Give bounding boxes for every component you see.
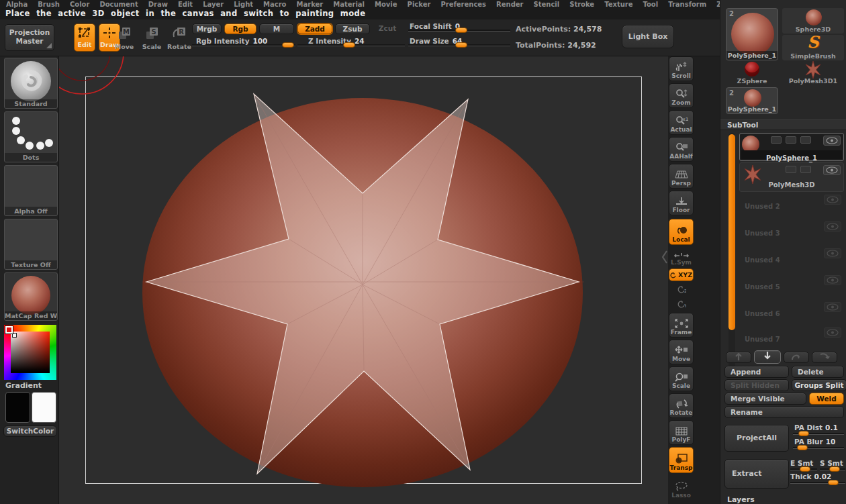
move3d-button[interactable]: Move [669,340,694,364]
aahalf-button[interactable]: AAHalf [669,137,694,162]
tool-item-simplebrush[interactable]: S SimpleBrush [782,35,844,60]
lsym-button[interactable]: L.Sym [669,248,694,267]
draw-size-handle[interactable] [455,42,467,48]
main-color-swatch[interactable] [5,392,30,423]
weld-button[interactable]: Weld [809,393,844,405]
material-selector[interactable]: MatCap Red Wa [4,272,58,321]
split-hidden-button[interactable]: Split Hidden [724,379,789,391]
transp-button[interactable]: Transp [669,447,694,473]
e-smt-slider[interactable]: E Smt [790,459,817,471]
append-button[interactable]: Append [724,366,789,378]
menu-macro[interactable]: Macro [263,1,286,8]
alpha-selector[interactable]: Alpha Off [4,165,58,216]
zcut-button[interactable]: Zcut [373,23,402,34]
extract-button[interactable]: Extract [724,459,789,489]
subtool-move-down-button[interactable] [754,350,781,364]
menu-transform[interactable]: Transform [668,1,706,8]
texture-selector[interactable]: Texture Off [4,219,58,270]
color-picker-cursor[interactable] [12,333,17,338]
menu-alpha[interactable]: Alpha [6,1,28,8]
subtool-insert-button[interactable] [812,352,837,363]
rename-button[interactable]: Rename [724,406,844,418]
menu-edit[interactable]: Edit [178,1,193,8]
menu-movie[interactable]: Movie [375,1,397,8]
lasso-button[interactable]: Lasso [669,475,694,500]
switch-color-button[interactable]: SwitchColor [3,425,57,437]
rotate-y-button[interactable]: Y [669,298,694,311]
tool-item-zsphere[interactable]: ZSphere [726,62,778,85]
actual-button[interactable]: x1 Actual [669,110,694,135]
zsub-button[interactable]: Zsub [335,23,370,34]
move-button[interactable]: M Move [113,23,136,53]
rgb-intensity-slider[interactable]: Rgb Intensity100 [192,37,295,48]
menu-color[interactable]: Color [70,1,89,8]
persp-button[interactable]: Persp [669,164,694,189]
subtool-duplicate-button[interactable] [784,352,809,363]
menu-draw[interactable]: Draw [148,1,168,8]
scale-button[interactable]: S Scale [140,23,163,53]
menu-preferences[interactable]: Preferences [440,1,486,8]
project-all-button[interactable]: ProjectAll [724,425,789,452]
groups-split-button[interactable]: Groups Split [792,379,846,391]
tray-divider-icon[interactable] [661,250,668,264]
menu-render[interactable]: Render [496,1,523,8]
pa-blur-slider[interactable]: PA Blur10 [793,438,844,450]
tool-item-polymesh3d1[interactable]: PolyMesh3D1 [782,62,844,85]
subtool-row-polysphere[interactable]: PolySphere_1 [739,133,844,161]
menu-layer[interactable]: Layer [203,1,224,8]
frame-button[interactable]: Frame [669,313,694,338]
light-box-button[interactable]: Light Box [622,25,674,48]
rotate3d-button[interactable]: Rotate [669,393,694,418]
scale3d-button[interactable]: Scale [669,366,694,391]
stroke-selector[interactable]: Dots [4,111,58,162]
menu-material[interactable]: Material [333,1,365,8]
menu-texture[interactable]: Texture [604,1,632,8]
rotate-z-button[interactable]: Z [669,283,694,297]
menu-picker[interactable]: Picker [408,1,431,8]
subtool-visibility-eye-icon[interactable] [823,165,841,175]
brush-selector[interactable]: Standard [4,58,58,109]
thick-handle[interactable] [828,480,839,485]
scroll-button[interactable]: Scroll [669,56,694,81]
subtool-move-up-button[interactable] [726,352,751,363]
pa-blur-handle[interactable] [797,445,808,450]
color-picker[interactable] [4,325,56,380]
menu-marker[interactable]: Marker [297,1,324,8]
merge-visible-button[interactable]: Merge Visible [724,393,806,405]
color-picker-sv-square[interactable] [11,332,50,373]
s-smt-handle[interactable] [829,466,840,472]
z-intensity-slider[interactable]: Z Intensity24 [297,37,405,48]
subtool-row-polymesh3d[interactable]: PolyMesh3D [739,162,844,192]
document-canvas[interactable] [59,56,668,504]
tool-item-sphere3d[interactable]: Sphere3D [782,8,844,34]
draw-size-slider[interactable]: Draw Size64 [408,37,510,48]
mrgb-button[interactable]: Mrgb [192,23,222,34]
menu-brush[interactable]: Brush [38,1,60,8]
rgb-button[interactable]: Rgb [224,23,256,34]
menu-document[interactable]: Document [99,1,138,8]
menu-stroke[interactable]: Stroke [569,1,594,8]
subtool-row-unused-2[interactable]: Unused 2 [739,193,844,217]
z-intensity-handle[interactable] [343,42,355,48]
subtool-row-unused-7[interactable]: Unused 7 [739,327,844,348]
subtool-visibility-eye-icon[interactable] [823,136,841,146]
subtool-scrollbar-handle[interactable] [728,134,735,330]
edit-button[interactable]: Edit [74,23,95,52]
zadd-button[interactable]: Zadd [297,23,332,34]
menu-light[interactable]: Light [234,1,253,8]
menu-stencil[interactable]: Stencil [534,1,560,8]
local-button[interactable]: Local [669,219,694,245]
focal-shift-handle[interactable] [455,28,467,33]
polyf-button[interactable]: PolyF [669,420,694,445]
layers-section-header[interactable]: Layers [727,495,755,504]
xyz-button[interactable]: XYZ [669,268,694,281]
subtool-row-unused-5[interactable]: Unused 5 [739,274,844,298]
m-button[interactable]: M [259,23,294,34]
rotate-button[interactable]: R Rotate [167,23,191,53]
subtool-header[interactable]: SubTool [720,119,846,130]
menu-tool[interactable]: Tool [643,1,659,8]
s-smt-slider[interactable]: S Smt [820,459,845,471]
subtool-row-unused-3[interactable]: Unused 3 [739,220,844,244]
e-smt-handle[interactable] [800,466,810,472]
secondary-color-swatch[interactable] [32,392,56,423]
